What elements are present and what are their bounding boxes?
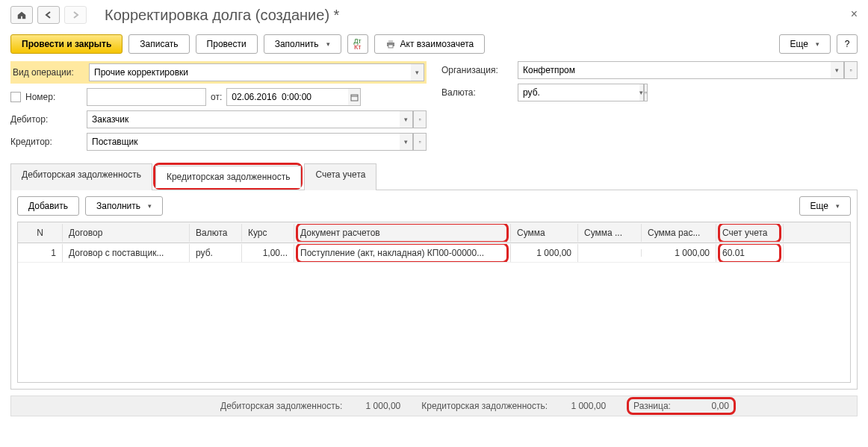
col-sum: Сумма (511, 224, 578, 242)
post-close-button[interactable]: Провести и закрыть (10, 34, 123, 54)
svg-rect-2 (388, 45, 393, 48)
col-sum3: Сумма рас... (642, 224, 716, 242)
calendar-icon (350, 93, 359, 101)
col-sum2: Сумма ... (578, 224, 642, 242)
cell-currency: руб. (190, 244, 242, 262)
add-row-button[interactable]: Добавить (17, 196, 79, 216)
col-rate: Курс (242, 224, 294, 242)
svg-rect-3 (351, 95, 358, 101)
offset-act-button[interactable]: Акт взаимозачета (374, 34, 486, 54)
printer-icon (385, 40, 396, 49)
operation-input[interactable] (89, 63, 411, 81)
creditor-label: Кредитор: (10, 137, 82, 147)
cell-doc: Поступление (акт, накладная) КП00-00000.… (294, 244, 511, 262)
help-button[interactable]: ? (837, 34, 858, 54)
cell-n: 1 (18, 244, 63, 262)
col-currency: Валюта (190, 224, 242, 242)
tab-credit[interactable]: Кредиторская задолженность (155, 166, 301, 188)
org-open[interactable]: ▫ (844, 61, 858, 79)
debtor-input[interactable] (87, 110, 400, 128)
post-button[interactable]: Провести (196, 34, 258, 54)
date-label: от: (211, 92, 222, 102)
home-button[interactable] (10, 6, 33, 24)
currency-open[interactable]: ▫ (644, 84, 648, 101)
cell-sum: 1 000,00 (511, 244, 578, 262)
tab-accounts[interactable]: Счета учета (304, 163, 376, 190)
forward-button[interactable] (64, 6, 87, 24)
arrow-left-icon (44, 10, 53, 19)
table-header: N Договор Валюта Курс Документ расчетов … (18, 222, 850, 243)
debtor-dropdown[interactable]: ▾ (400, 110, 413, 128)
number-input[interactable] (87, 88, 206, 106)
dtkt-button[interactable]: ДтКт (347, 34, 368, 54)
currency-input[interactable] (518, 84, 639, 101)
svg-rect-1 (388, 40, 393, 43)
cell-contract: Договор с поставщик... (63, 244, 190, 262)
org-dropdown[interactable]: ▾ (831, 61, 844, 79)
debtor-open[interactable]: ▫ (413, 110, 427, 128)
calendar-button[interactable] (348, 88, 361, 106)
table-row[interactable]: 1 Договор с поставщик... руб. 1,00... По… (18, 243, 850, 263)
debtor-label: Дебитор: (10, 114, 82, 125)
more-button[interactable]: Еще (779, 34, 831, 54)
footer-credit-label: Кредиторская задолженность: (421, 401, 548, 411)
cell-sum3: 1 000,00 (642, 244, 716, 262)
tabs: Дебиторская задолженность Кредиторская з… (10, 163, 858, 190)
col-account: Счет учета (716, 224, 784, 242)
footer-debit-label: Дебиторская задолженность: (220, 401, 342, 411)
cell-account: 60.01 (716, 244, 784, 262)
org-label: Организация: (441, 65, 513, 75)
arrow-right-icon (71, 10, 80, 19)
tab-debit[interactable]: Дебиторская задолженность (10, 163, 152, 190)
footer-diff-label: Разница: (633, 401, 671, 411)
cell-sum2 (578, 249, 642, 257)
back-button[interactable] (37, 6, 60, 24)
currency-label: Валюта: (441, 87, 513, 98)
cell-rate: 1,00... (242, 244, 294, 262)
footer-credit-value: 1 000,00 (554, 401, 606, 411)
number-label: Номер: (25, 92, 82, 102)
fill-rows-button[interactable]: Заполнить (85, 196, 163, 216)
home-icon (16, 10, 27, 20)
fill-button[interactable]: Заполнить (264, 34, 341, 54)
table-more-button[interactable]: Еще (799, 196, 851, 216)
col-doc: Документ расчетов (294, 224, 511, 242)
creditor-input[interactable] (87, 133, 400, 151)
close-button[interactable]: × (851, 7, 858, 21)
lines-icon[interactable] (10, 92, 21, 102)
status-bar: Дебиторская задолженность: 1 000,00 Кред… (10, 396, 858, 416)
org-input[interactable] (518, 61, 831, 79)
col-contract: Договор (63, 224, 190, 242)
page-title: Корректировка долга (создание) * (105, 7, 339, 24)
col-n: N (18, 224, 63, 242)
creditor-dropdown[interactable]: ▾ (400, 133, 413, 151)
operation-label: Вид операции: (13, 67, 84, 78)
footer-debit-value: 1 000,00 (348, 401, 400, 411)
date-input[interactable] (226, 88, 348, 106)
save-button[interactable]: Записать (128, 34, 189, 54)
data-table: N Договор Валюта Курс Документ расчетов … (17, 222, 851, 383)
dtkt-icon: ДтКт (354, 38, 362, 50)
operation-dropdown[interactable]: ▾ (411, 63, 424, 81)
footer-diff-value: 0,00 (677, 401, 729, 411)
creditor-open[interactable]: ▫ (413, 133, 427, 151)
